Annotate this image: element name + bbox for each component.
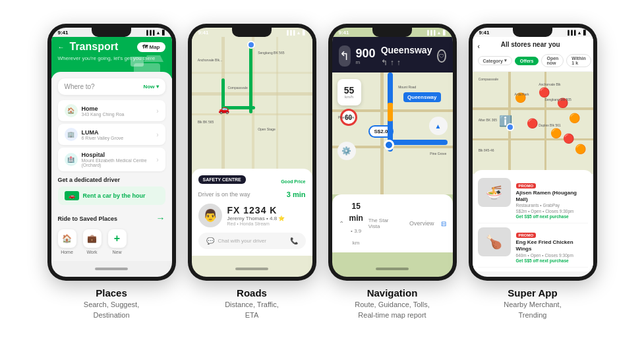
back-arrow-icon[interactable]: ← <box>58 43 65 51</box>
place-name: Home <box>82 105 153 112</box>
driver-avatar: 👨 <box>198 204 222 227</box>
battery-icon-3: ▋ <box>443 30 446 36</box>
saved-home-item[interactable]: 🏠 Home <box>58 229 76 254</box>
speed-unit: km/h <box>345 95 353 99</box>
nav-bottom: ⌃ 15 min • 3.9 km The Star Vista Overvie… <box>332 194 453 252</box>
map-pin-7: 🔴 <box>527 118 538 129</box>
svg-marker-4 <box>144 55 163 62</box>
super-map-label-5: After BK 365 <box>479 118 497 122</box>
expand-icon[interactable]: ⌃ <box>339 220 344 227</box>
status-time-1: 9:41 <box>58 30 69 36</box>
nav-dist-km: 3.9 km <box>353 228 361 246</box>
super-list: 🍜 PROMO Ajisen Ramen (Hougang Mall) Rest… <box>473 170 593 272</box>
now-badge: Now ▾ <box>144 84 159 90</box>
phone-label-title-superapp: Super App <box>504 287 561 299</box>
map-bottom-panel: SAFETY CENTRE Good Price Driver is on th… <box>192 169 312 256</box>
battery-icon: ▋ <box>162 30 165 36</box>
where-to-text: Where to? <box>65 83 95 90</box>
filter-row: Category ▾ Offers Open now Within 1 k <box>478 54 588 67</box>
arrow-icon-3: › <box>156 156 158 163</box>
dedicated-driver-title: Get a dedicated driver <box>58 177 165 183</box>
wifi-icon: ▲ <box>156 30 161 35</box>
status-icons-2: ▐▐▐ ▲ ▋ <box>285 30 306 36</box>
phone-label-subtitle-places: Search, Suggest,Destination <box>84 300 139 320</box>
shield-icon: 🛡 <box>437 49 446 63</box>
saved-icons-row: 🏠 Home 💼 Work + New <box>58 229 165 254</box>
chat-bar[interactable]: 💬 Chat with your driver 📞 <box>198 233 306 249</box>
place-info-luma: LUMA 6 River Valley Grove <box>82 129 153 140</box>
place-info-hospital: Hospital Mount Elizabeth Medical Centre … <box>82 152 153 167</box>
filter-category[interactable]: Category ▾ <box>478 56 512 65</box>
saved-work-item[interactable]: 💼 Work <box>83 229 102 254</box>
filter-offers[interactable]: Offers <box>515 57 539 65</box>
phone-screen-superapp: 9:41 ▐▐▐ ▲ ▋ ‹ All stores near you <box>473 28 593 277</box>
road-v3 <box>276 37 278 175</box>
home-indicator-2 <box>235 268 268 270</box>
super-map-label-4: Sengkang Blk 505 <box>544 98 571 101</box>
phone-notch-3 <box>372 28 412 37</box>
super-map-label-2: Anchorvale Blk <box>539 82 560 86</box>
nav-map-label-2: Pine Grove <box>430 152 446 156</box>
food-img-2: 🍗 <box>478 227 511 256</box>
driver-details: FX 1234 K Jeremy Thomas • 4.8 ⭐ Red • Ho… <box>227 205 306 226</box>
compass-btn[interactable]: ▲ <box>429 117 448 135</box>
super-map-label-1: Compassvale <box>479 77 498 81</box>
phone-frame-places: 9:41 ▐▐▐ ▲ ▋ ← Transport <box>47 24 176 281</box>
nav-dest: The Star Vista <box>368 217 401 229</box>
home-indicator-1 <box>95 268 128 270</box>
where-to-row[interactable]: Where to? Now ▾ <box>58 78 165 95</box>
nav-distance: 900 m <box>356 47 376 65</box>
place-hospital[interactable]: 🏥 Hospital Mount Elizabeth Medical Centr… <box>58 148 165 171</box>
overview-icon[interactable]: ⊟ <box>441 220 446 227</box>
place-home[interactable]: 🏠 Home 343 Kang Ching Roa › <box>58 100 165 121</box>
place-luma[interactable]: 🏢 LUMA 6 River Valley Grove › <box>58 124 165 145</box>
nav-map-label-1: Mount Road <box>398 85 416 89</box>
transport-title: ← Transport <box>58 41 119 53</box>
super-road-h2 <box>473 138 593 140</box>
nav-turn-icon-1: ↰ <box>381 58 388 67</box>
route-label: Queensway <box>403 92 440 102</box>
congestion-segment <box>388 103 393 121</box>
map-pin-4: 🟠 <box>550 128 562 138</box>
filter-within[interactable]: Within 1 k <box>566 54 591 67</box>
chevron-down-icon-cat: ▾ <box>504 58 507 63</box>
map-label-1: Anchorvale Blk... <box>198 58 223 62</box>
phone-notch <box>92 28 131 37</box>
good-price-label: Good Price <box>281 179 305 184</box>
map-pin-5: 🔴 <box>563 133 574 144</box>
saved-work-label: Work <box>86 250 97 254</box>
super-map-label-3: Anfa Park <box>515 92 529 96</box>
nav-turn-icon-2: ↑ <box>390 58 394 67</box>
signal-icon-3: ▐▐▐ <box>426 30 436 35</box>
food-discount-2: Get S$5 off next purchase <box>516 258 588 263</box>
saved-new-item[interactable]: + New <box>108 229 127 254</box>
phone-label-subtitle-superapp: Nearby Merchant,Trending <box>504 300 561 320</box>
place-addr: 343 Kang Ching Roa <box>82 112 153 117</box>
status-icons-1: ▐▐▐ ▲ ▋ <box>145 30 165 36</box>
map-label-3: Compassvale <box>227 86 247 90</box>
place-addr-hospital: Mount Elizabeth Medical Centre (Orchard) <box>82 158 153 167</box>
phone-frame-navigation: 9:41 ▐▐▐ ▲ ▋ ↰ 900 m <box>328 24 457 281</box>
place-name-hospital: Hospital <box>82 152 153 158</box>
roads-map: 🚗 Anchorvale Blk... Sengkang BK 565 Comp… <box>192 37 312 175</box>
nav-dist-unit: m <box>356 59 376 65</box>
phone-card-places: 9:41 ▐▐▐ ▲ ▋ ← Transport <box>47 24 176 320</box>
phone-notch-2 <box>232 28 272 37</box>
food-item-1[interactable]: 🍜 PROMO Ajisen Ramen (Hougang Mall) Rest… <box>478 174 588 223</box>
wifi-icon-2: ▲ <box>297 30 301 35</box>
map-btn-icon: 🗺 <box>142 44 148 50</box>
settings-btn[interactable]: ⚙️ <box>337 142 356 160</box>
home-icon: 🏠 <box>65 104 78 117</box>
nav-time: 15 min <box>349 202 363 223</box>
super-app-header: ‹ All stores near you Category ▾ Offers <box>473 37 593 72</box>
filter-open[interactable]: Open now <box>541 54 564 67</box>
phone-screen-navigation: 9:41 ▐▐▐ ▲ ▋ ↰ 900 m <box>332 28 453 277</box>
phone-label-roads: Roads Distance, Traffic,ETA <box>225 287 279 320</box>
safety-badge: SAFETY CENTRE <box>198 175 246 184</box>
driver-status-row: Driver is on the way 3 min <box>198 190 306 198</box>
arrow-right-icon[interactable]: → <box>156 213 165 223</box>
back-arrow-super[interactable]: ‹ <box>478 43 480 50</box>
rent-car-btn[interactable]: 🚗 Rent a car by the hour <box>58 186 165 205</box>
food-item-2[interactable]: 🍗 PROMO Eng Kee Fried Chicken Wings 640m… <box>478 223 588 267</box>
food-meta-1: Restaurants • GrabPay <box>516 202 588 208</box>
